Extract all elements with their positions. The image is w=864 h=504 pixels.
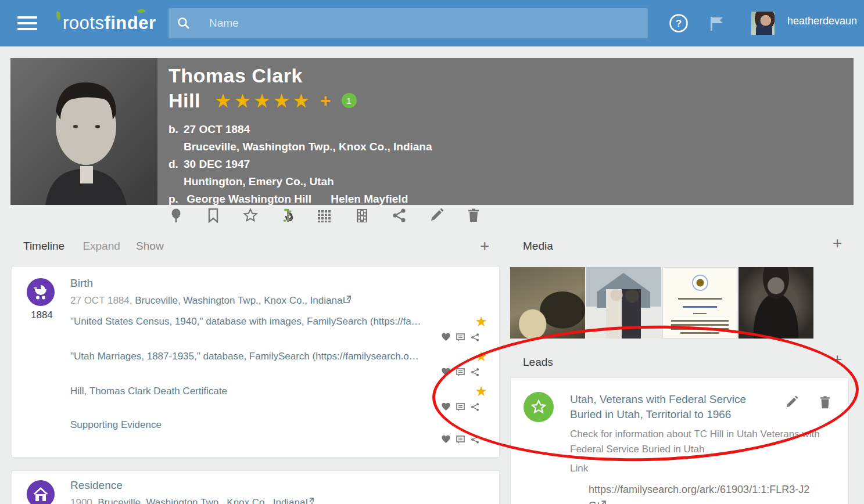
comment-icon[interactable] bbox=[456, 435, 465, 444]
timeline-card-residence: Residence 1900, Bruceville, Washington T… bbox=[12, 470, 500, 504]
add-media-button[interactable]: + bbox=[833, 235, 842, 251]
event-title[interactable]: Residence bbox=[70, 479, 487, 492]
birth-line: b.27 OCT 1884 bbox=[169, 121, 432, 138]
comment-icon[interactable] bbox=[456, 368, 465, 376]
media-gallery bbox=[510, 267, 813, 339]
profile-header: Thomas Clark Hill ★★★★★ + 1 b.27 OCT 188… bbox=[10, 58, 854, 205]
add-timeline-event-button[interactable]: + bbox=[480, 238, 489, 254]
house-icon bbox=[32, 485, 49, 503]
grid-icon[interactable] bbox=[317, 208, 332, 223]
comment-icon[interactable] bbox=[456, 403, 465, 411]
heart-icon[interactable] bbox=[442, 333, 450, 341]
app-header: rootsfinder Name ? heatherdevaun bbox=[0, 0, 864, 46]
father-link[interactable]: George Washington Hill bbox=[187, 193, 311, 205]
logo-text-roots: roots bbox=[63, 13, 104, 33]
event-place: Bruceville, Washington Twp., Knox Co., I… bbox=[135, 295, 342, 306]
menu-icon[interactable] bbox=[17, 16, 37, 30]
external-link-icon[interactable] bbox=[306, 498, 314, 504]
birth-place: Bruceville, Washington Twp., Knox Co., I… bbox=[169, 138, 432, 156]
bookmark-icon[interactable] bbox=[206, 208, 221, 223]
delete-icon[interactable] bbox=[466, 208, 481, 223]
user-avatar[interactable] bbox=[751, 12, 775, 35]
count-badge[interactable]: 1 bbox=[342, 93, 357, 108]
external-link-icon[interactable] bbox=[598, 501, 606, 504]
rating-stars[interactable]: ★★★★★ bbox=[214, 91, 312, 110]
delete-lead-icon[interactable] bbox=[818, 395, 832, 409]
share-icon[interactable] bbox=[392, 208, 407, 223]
source-actions bbox=[70, 368, 487, 376]
share-small-icon[interactable] bbox=[471, 333, 479, 341]
logo-text-finder: finder bbox=[104, 13, 156, 33]
death-line: d.30 DEC 1947 bbox=[169, 156, 432, 173]
share-small-icon[interactable] bbox=[471, 435, 479, 444]
source-item[interactable]: "Utah Marriages, 1887-1935," database, F… bbox=[70, 350, 487, 363]
search-input[interactable]: Name bbox=[169, 8, 648, 38]
star-outline-icon[interactable] bbox=[243, 208, 258, 223]
source-star-icon[interactable]: ★ bbox=[475, 384, 487, 398]
death-place: Huntington, Emery Co., Utah bbox=[169, 173, 432, 190]
edit-icon[interactable] bbox=[429, 208, 444, 223]
person-name-line2: Hill bbox=[169, 89, 200, 113]
person-name-line1: Thomas Clark bbox=[169, 64, 432, 88]
source-star-icon[interactable]: ★ bbox=[475, 350, 487, 363]
comment-icon[interactable] bbox=[456, 333, 465, 341]
source-text: "United States Census, 1940," database w… bbox=[70, 316, 471, 327]
heart-icon[interactable] bbox=[442, 368, 450, 376]
logo-leaf-icon bbox=[55, 11, 62, 20]
heart-icon[interactable] bbox=[442, 435, 450, 444]
username-label[interactable]: heatherdevaun bbox=[787, 15, 857, 27]
source-item[interactable]: Supporting Evidence bbox=[70, 419, 487, 431]
source-item[interactable]: "United States Census, 1940," database w… bbox=[70, 315, 487, 329]
source-actions bbox=[70, 333, 487, 341]
lead-link-url[interactable]: https://familysearch.org/ark:/61903/1:1:… bbox=[589, 481, 815, 504]
help-icon[interactable]: ? bbox=[669, 13, 689, 35]
lead-description: Check for information about TC Hill in U… bbox=[570, 427, 842, 457]
event-place: Bruceville, Washington Twp., Knox Co., I… bbox=[98, 497, 305, 504]
share-small-icon[interactable] bbox=[471, 368, 479, 376]
source-item[interactable]: Hill, Thomas Clark Death Certificate ★ bbox=[70, 384, 487, 398]
parents-line: p. George Washington Hill Helen Mayfield bbox=[169, 190, 432, 208]
rootsfinder-logo[interactable]: rootsfinder bbox=[63, 13, 156, 34]
source-actions bbox=[70, 403, 487, 411]
event-year: 1884 bbox=[31, 309, 53, 321]
source-text: Supporting Evidence bbox=[70, 419, 487, 431]
event-date-place: 1900, Bruceville, Washington Twp., Knox … bbox=[70, 497, 487, 504]
share-small-icon[interactable] bbox=[471, 403, 479, 411]
tree-icon[interactable] bbox=[169, 208, 184, 223]
residence-event-icon bbox=[27, 480, 55, 504]
external-link-icon[interactable] bbox=[343, 296, 351, 303]
add-star-button[interactable]: + bbox=[320, 90, 331, 111]
media-thumbnail-house-photo[interactable] bbox=[586, 267, 661, 339]
media-thumbnail-portrait[interactable] bbox=[738, 267, 813, 339]
familysearch-tree-icon[interactable] bbox=[280, 208, 295, 223]
add-lead-button[interactable]: + bbox=[833, 351, 842, 368]
leads-title: Leads bbox=[523, 356, 553, 369]
source-text: Hill, Thomas Clark Death Certificate bbox=[70, 386, 471, 397]
birth-event-icon bbox=[27, 278, 55, 306]
media-title: Media bbox=[523, 240, 553, 253]
star-badge-icon bbox=[530, 399, 547, 415]
timeline-show-link[interactable]: Show bbox=[136, 240, 164, 252]
timeline-card-birth: 1884 Birth 27 OCT 1884, Bruceville, Wash… bbox=[12, 266, 500, 458]
lead-card: Utah, Veterans with Federal Service Buri… bbox=[510, 377, 849, 504]
media-thumbnail-family-car-photo[interactable] bbox=[510, 267, 585, 339]
flag-icon[interactable] bbox=[709, 16, 725, 34]
lead-actions bbox=[784, 395, 832, 409]
lead-star-badge bbox=[524, 392, 554, 422]
edit-lead-icon[interactable] bbox=[784, 395, 798, 409]
timeline-expand-link[interactable]: Expand bbox=[83, 240, 120, 252]
film-icon[interactable] bbox=[354, 208, 370, 223]
heart-icon[interactable] bbox=[442, 403, 450, 411]
source-actions bbox=[70, 435, 487, 444]
event-date: 1900, bbox=[70, 497, 95, 504]
media-thumbnail-certificate[interactable] bbox=[662, 267, 737, 339]
baby-carriage-icon bbox=[32, 283, 49, 301]
event-title[interactable]: Birth bbox=[70, 277, 487, 290]
event-date-place: 27 OCT 1884, Bruceville, Washington Twp.… bbox=[70, 295, 487, 307]
source-star-icon[interactable]: ★ bbox=[475, 315, 487, 329]
lead-title[interactable]: Utah, Veterans with Federal Service Buri… bbox=[570, 392, 762, 422]
mother-link[interactable]: Helen Mayfield bbox=[331, 193, 408, 205]
search-icon bbox=[177, 16, 191, 30]
profile-photo[interactable] bbox=[10, 58, 157, 205]
svg-text:?: ? bbox=[676, 18, 682, 29]
